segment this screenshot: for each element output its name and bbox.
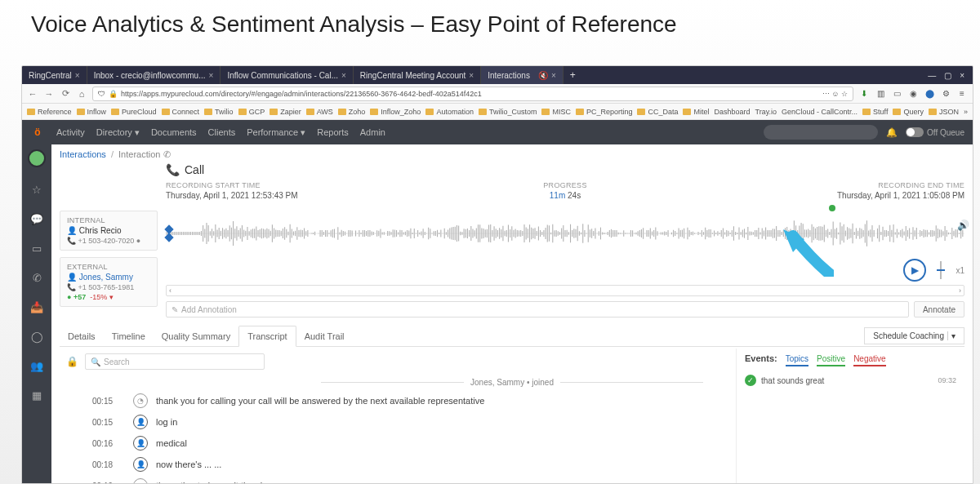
url-input[interactable]: 🛡 🔒 https://apps.mypurecloud.com/directo… [92,87,853,101]
forward-icon[interactable]: → [43,88,55,100]
transcript-row[interactable]: 00:16👤medical [60,433,736,454]
breadcrumb-root[interactable]: Interactions [60,149,106,159]
browser-tab[interactable]: Inbox - crecio@inflowcommu...× [87,66,221,84]
transcript-row[interactable]: 00:15◔thank you for calling your call wi… [60,390,736,411]
nav-reports[interactable]: Reports [317,127,349,137]
browser-tab-active[interactable]: Interactions🔇× [481,66,564,84]
speed-slider[interactable] [931,259,951,282]
transcript-row[interactable]: 00:19◔the estimated ... wait time is [60,475,736,483]
bookmark[interactable]: Connect [162,108,200,116]
nav-activity[interactable]: Activity [56,127,85,137]
bookmark[interactable]: Query [893,108,924,116]
close-window-icon[interactable]: × [960,71,964,80]
tab-transcript[interactable]: Transcript [238,326,296,347]
bookmark[interactable]: Automation [425,108,474,116]
extension-icon[interactable]: ⬤ [924,88,935,100]
close-icon[interactable]: × [75,71,80,80]
close-icon[interactable]: × [551,71,556,80]
bookmark[interactable]: Twilio_Custom [479,108,537,116]
library-icon[interactable]: ▥ [875,88,886,100]
nav-admin[interactable]: Admin [360,127,385,137]
nav-clients[interactable]: Clients [208,127,236,137]
browser-window: RingCentral× Inbox - crecio@inflowcommu.… [21,65,973,484]
notification-icon[interactable]: 🔔 [886,127,898,138]
lock-icon[interactable]: 🔒 [66,356,78,367]
bookmark[interactable]: AWS [306,108,333,116]
bookmark[interactable]: Mitel [683,108,709,116]
waveform[interactable]: 🔊 [166,205,964,262]
apps-icon[interactable]: ▦ [29,388,44,402]
bookmark[interactable]: GCP [238,108,265,116]
annotate-button[interactable]: Annotate [914,301,964,317]
queue-toggle[interactable]: Off Queue [906,127,964,137]
maximize-icon[interactable]: ▢ [944,71,951,80]
play-button[interactable]: ▶ [903,259,926,282]
tab-quality-summary[interactable]: Quality Summary [154,326,238,346]
app-header: ö Activity Directory ▾ Documents Clients… [22,120,973,144]
bookmark[interactable]: JSON [929,108,959,116]
user-avatar[interactable] [28,149,46,167]
transcript-row[interactable]: 00:18👤now there's ... ... [60,454,736,475]
nav-directory[interactable]: Directory ▾ [96,127,140,138]
transcript-search[interactable]: 🔍 Search [85,353,265,370]
close-icon[interactable]: × [341,71,346,80]
tab-audit-trail[interactable]: Audit Trail [296,326,353,346]
bookmark[interactable]: PureCloud [111,108,157,116]
bookmark[interactable]: Stuff [862,108,888,116]
bookmark[interactable]: Tray.io [755,108,777,116]
bookmark[interactable]: PC_Reporting [576,108,633,116]
bookmark[interactable]: Inflow [77,108,107,116]
mute-icon[interactable]: 🔇 [538,71,548,80]
activity-icon[interactable]: ◯ [29,329,44,344]
account-icon[interactable]: ▭ [891,88,902,100]
inbox-icon[interactable]: 📥 [29,300,44,314]
browser-tab[interactable]: Inflow Communications - Cal...× [220,66,353,84]
bookmarks-bar: Reference Inflow PureCloud Connect Twili… [22,104,973,120]
star-icon[interactable]: ☆ [29,182,44,197]
bookmark[interactable]: Reference [27,108,72,116]
browser-tab[interactable]: RingCentral Meeting Account× [354,66,481,84]
nav-documents[interactable]: Documents [151,127,197,137]
event-item[interactable]: ✓ that sounds great 09:32 [745,370,956,391]
sentiment-marker [829,205,835,211]
close-icon[interactable]: × [209,71,214,80]
chat-icon[interactable]: 💬 [29,211,44,226]
bookmark[interactable]: Zapier [270,108,301,116]
video-icon[interactable]: ▭ [29,241,44,255]
bookmark[interactable]: Twilio [204,108,234,116]
phone-icon[interactable]: ✆ [29,270,44,285]
home-icon[interactable]: ⌂ [76,88,87,100]
bookmark[interactable]: Inflow_Zoho [370,108,421,116]
new-tab-button[interactable]: + [564,69,582,81]
events-filter-positive[interactable]: Positive [817,354,845,366]
schedule-coaching-button[interactable]: Schedule Coaching▾ [864,327,964,344]
bookmark[interactable]: Dashboard [715,108,751,116]
download-icon[interactable]: ⬇ [858,88,870,100]
people-icon[interactable]: 👥 [29,358,44,373]
browser-tab[interactable]: RingCentral× [22,66,87,84]
reload-icon[interactable]: ⟳ [60,88,71,100]
volume-icon[interactable]: 🔊 [957,220,969,231]
bookmark[interactable]: MISC [541,108,571,116]
playhead-marker[interactable] [168,229,170,238]
bookmark[interactable]: CC_Data [637,108,678,116]
extension-icon[interactable]: ◉ [907,88,919,100]
tab-details[interactable]: Details [60,326,104,346]
menu-icon[interactable]: ≡ [956,88,968,100]
close-icon[interactable]: × [469,71,474,80]
waveform-scrollbar[interactable]: ‹› [166,285,964,296]
extension-icon[interactable]: ⚙ [940,88,951,100]
events-panel: Events: Topics Positive Negative ✓ that … [736,349,964,483]
minimize-icon[interactable]: — [928,71,936,80]
bookmark-overflow[interactable]: » [964,108,968,116]
events-filter-topics[interactable]: Topics [786,354,808,366]
back-icon[interactable]: ← [27,88,38,100]
tab-timeline[interactable]: Timeline [104,326,154,346]
annotation-input[interactable]: ✎ Add Annotation [166,301,909,317]
transcript-row[interactable]: 00:15👤log in [60,411,736,433]
bookmark[interactable]: Zoho [338,108,366,116]
bookmark[interactable]: GenCloud - CallContr... [782,108,858,116]
events-filter-negative[interactable]: Negative [853,354,885,366]
global-search[interactable] [764,125,878,140]
nav-performance[interactable]: Performance ▾ [247,127,305,138]
